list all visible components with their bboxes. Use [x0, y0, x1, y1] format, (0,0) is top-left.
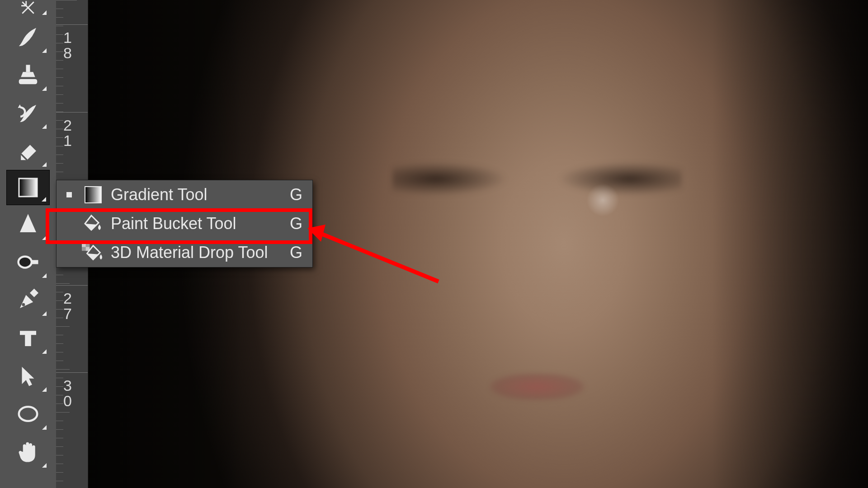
svg-rect-2	[19, 178, 37, 197]
ruler-label: 27	[63, 291, 81, 321]
svg-rect-5	[30, 289, 38, 297]
flyout-item-gradient[interactable]: Gradient Tool G	[57, 180, 312, 209]
tool-flyout-menu: Gradient Tool G Paint Bucket Tool G	[56, 180, 313, 267]
brush-tool[interactable]	[6, 18, 50, 56]
clone-stamp-tool-icon	[16, 63, 40, 87]
flyout-item-label: Paint Bucket Tool	[111, 214, 289, 233]
flyout-indicator-icon	[42, 162, 47, 167]
flyout-indicator-icon	[42, 48, 47, 53]
hand-tool[interactable]	[6, 433, 50, 471]
app-root: 18 21 27 30 /*ticks drawn below via inli…	[0, 0, 868, 488]
gradient-tool-icon	[17, 177, 39, 198]
flyout-indicator-icon	[42, 463, 47, 468]
flyout-item-shortcut: G	[289, 214, 302, 233]
ruler-label: 30	[63, 378, 81, 408]
pen-tool[interactable]	[6, 281, 50, 319]
svg-rect-0	[26, 65, 30, 72]
flyout-indicator-icon	[42, 387, 47, 392]
svg-rect-1	[19, 79, 38, 84]
eraser-tool[interactable]	[6, 132, 50, 170]
flyout-item-label: Gradient Tool	[111, 185, 289, 204]
crop-tool[interactable]	[6, 0, 50, 18]
gradient-icon	[82, 183, 104, 206]
flyout-indicator-icon	[42, 124, 47, 129]
type-tool-icon	[16, 326, 40, 350]
svg-point-7	[19, 407, 38, 421]
tools-panel	[0, 0, 56, 488]
flyout-indicator-icon	[42, 197, 46, 202]
dodge-tool-icon	[16, 250, 40, 274]
paint-bucket-icon	[82, 212, 104, 235]
clone-stamp-tool[interactable]	[6, 56, 50, 94]
pen-tool-icon	[16, 288, 40, 312]
svg-rect-8	[85, 187, 101, 203]
flyout-item-shortcut: G	[289, 185, 302, 204]
ruler-label: 21	[63, 117, 81, 148]
ellipse-tool-icon	[16, 402, 40, 426]
flyout-indicator-icon	[42, 10, 47, 15]
flyout-indicator-icon	[42, 349, 47, 354]
flyout-indicator-icon	[42, 311, 47, 316]
flyout-item-label: 3D Material Drop Tool	[111, 243, 289, 262]
blur-tool[interactable]	[6, 205, 50, 243]
ellipse-tool[interactable]	[6, 395, 50, 433]
svg-point-6	[22, 303, 25, 306]
material-drop-icon	[82, 241, 104, 264]
svg-point-3	[19, 257, 32, 268]
flyout-indicator-icon	[42, 235, 47, 240]
svg-rect-4	[31, 260, 38, 264]
history-brush-tool-icon	[16, 101, 40, 125]
history-brush-tool[interactable]	[6, 94, 50, 132]
hand-tool-icon	[16, 440, 40, 464]
gradient-tool[interactable]	[6, 170, 50, 205]
flyout-item-shortcut: G	[289, 243, 302, 262]
dodge-tool[interactable]	[6, 243, 50, 281]
path-selection-tool[interactable]	[6, 357, 50, 395]
flyout-indicator-icon	[42, 425, 47, 430]
blur-tool-icon	[16, 212, 40, 236]
flyout-item-paint-bucket[interactable]: Paint Bucket Tool G	[57, 209, 312, 238]
brush-tool-icon	[16, 25, 40, 49]
flyout-indicator-icon	[42, 86, 47, 91]
eraser-tool-icon	[16, 139, 40, 163]
flyout-item-3d-material-drop[interactable]: 3D Material Drop Tool G	[57, 238, 312, 267]
ruler-label: 18	[63, 30, 81, 61]
type-tool[interactable]	[6, 319, 50, 357]
svg-rect-10	[82, 243, 86, 247]
crop-tool-icon	[17, 0, 39, 15]
flyout-indicator-icon	[42, 273, 47, 278]
path-selection-tool-icon	[16, 364, 40, 388]
